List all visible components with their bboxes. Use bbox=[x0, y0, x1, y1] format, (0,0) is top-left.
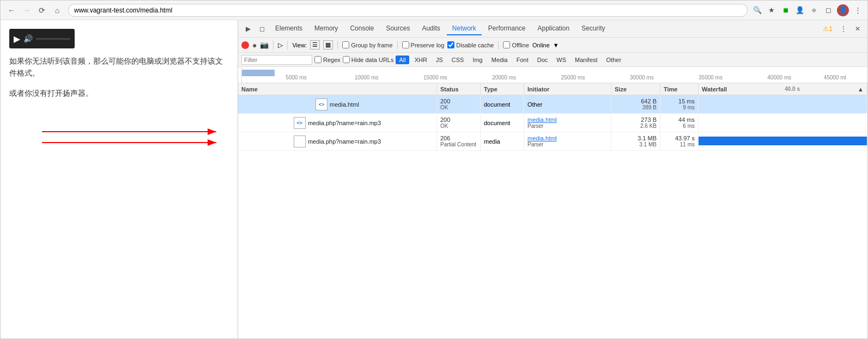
back-button[interactable]: ← bbox=[5, 4, 18, 17]
audio-player[interactable]: ▶ 🔊 bbox=[9, 29, 75, 48]
row3-status: 206 bbox=[440, 135, 477, 141]
puzzle-icon[interactable]: ◻ bbox=[823, 5, 834, 16]
waterfall-sort-icon[interactable]: ▲ bbox=[858, 86, 864, 93]
header-name[interactable]: Name bbox=[238, 83, 437, 95]
network-table: Name Status Type Initiator Size Time Wat… bbox=[238, 83, 867, 338]
view-list-icon[interactable]: ☰ bbox=[310, 40, 320, 50]
filter-type-img[interactable]: Img bbox=[469, 56, 485, 64]
network-throttle-dropdown[interactable]: ▼ bbox=[553, 42, 559, 48]
tick-30000: 30000 ms bbox=[630, 75, 654, 81]
devtools-panel: ▶ ◻ Elements Memory Console Sources Audi… bbox=[238, 20, 867, 338]
tab-performance[interactable]: Performance bbox=[483, 22, 531, 35]
filter-type-font[interactable]: Font bbox=[513, 56, 532, 64]
row2-initiator-link[interactable]: media.html bbox=[527, 116, 608, 123]
reload-button[interactable]: ⟳ bbox=[35, 4, 48, 17]
nav-buttons: ← → ⟳ ⌂ bbox=[5, 4, 64, 17]
table-row[interactable]: <> media.html 200 OK document Other 642 bbox=[238, 95, 867, 114]
devtools-close-icon[interactable]: ✕ bbox=[851, 22, 864, 35]
clear-button[interactable]: ● bbox=[252, 41, 257, 50]
extension-icon[interactable]: ■ bbox=[780, 5, 791, 16]
devtools-device-icon[interactable]: ◻ bbox=[256, 22, 269, 35]
tab-console[interactable]: Console bbox=[344, 22, 379, 35]
view-waterfall-icon[interactable]: ▦ bbox=[323, 40, 333, 50]
row2-size-sub: 2.6 KB bbox=[640, 123, 657, 129]
header-waterfall[interactable]: Waterfall 40.0 s ▲ bbox=[699, 83, 867, 95]
group-by-frame-label[interactable]: Group by frame bbox=[342, 41, 392, 48]
header-status[interactable]: Status bbox=[437, 83, 481, 95]
hide-data-urls-label[interactable]: Hide data URLs bbox=[343, 56, 394, 63]
tab-audits[interactable]: Audits bbox=[416, 22, 445, 35]
record-button[interactable] bbox=[241, 41, 249, 49]
table-row[interactable]: <> media.php?name=rain.mp3 200 OK docume… bbox=[238, 114, 867, 132]
row2-time: 44 ms bbox=[678, 116, 695, 123]
address-bar[interactable] bbox=[68, 4, 748, 17]
regex-label[interactable]: Regex bbox=[314, 56, 341, 63]
disable-cache-label[interactable]: Disable cache bbox=[447, 41, 494, 48]
row3-waterfall-cell bbox=[699, 132, 867, 150]
filter-type-css[interactable]: CSS bbox=[448, 56, 468, 64]
row1-status-cell: 200 OK bbox=[437, 95, 481, 113]
row1-waterfall-cell bbox=[699, 95, 867, 113]
filter-type-xhr[interactable]: XHR bbox=[411, 56, 430, 64]
separator5 bbox=[498, 41, 499, 50]
red-arrow-svg bbox=[9, 88, 238, 164]
row2-status-cell: 200 OK bbox=[437, 114, 481, 132]
offline-checkbox[interactable] bbox=[503, 41, 510, 48]
devtools-inspect-icon[interactable]: ▶ bbox=[241, 22, 254, 35]
filter-input[interactable] bbox=[241, 55, 312, 65]
table-row[interactable]: media.php?name=rain.mp3 206 Partial Cont… bbox=[238, 132, 867, 151]
row2-file-icon: <> bbox=[294, 117, 306, 129]
group-by-frame-checkbox[interactable] bbox=[342, 41, 349, 48]
row3-initiator-link[interactable]: media.html bbox=[527, 135, 608, 141]
filter-type-all[interactable]: All bbox=[396, 56, 409, 64]
regex-checkbox[interactable] bbox=[314, 56, 321, 63]
offline-label[interactable]: Offline bbox=[503, 41, 529, 48]
filter-type-manifest[interactable]: Manifest bbox=[572, 56, 601, 64]
row1-initiator: Other bbox=[527, 101, 608, 108]
tab-network[interactable]: Network bbox=[447, 22, 482, 35]
header-size[interactable]: Size bbox=[611, 83, 660, 95]
capture-screenshot-icon[interactable]: 📷 bbox=[260, 41, 269, 49]
tab-application[interactable]: Application bbox=[532, 22, 575, 35]
preserve-log-label[interactable]: Preserve log bbox=[402, 41, 445, 48]
row2-waterfall-cell bbox=[699, 114, 867, 132]
star-icon[interactable]: ★ bbox=[766, 5, 777, 16]
tick-10000: 10000 ms bbox=[355, 75, 379, 81]
tab-security[interactable]: Security bbox=[576, 22, 610, 35]
filter-type-ws[interactable]: WS bbox=[553, 56, 569, 64]
row1-status-sub: OK bbox=[440, 104, 477, 110]
play-button[interactable]: ▶ bbox=[14, 34, 20, 44]
home-button[interactable]: ⌂ bbox=[51, 4, 64, 17]
filter-icon[interactable]: ▷ bbox=[278, 41, 283, 49]
row3-status-cell: 206 Partial Content bbox=[437, 132, 481, 150]
progress-bar[interactable] bbox=[36, 38, 70, 40]
filter-type-media[interactable]: Media bbox=[488, 56, 511, 64]
page-text2: 或者你没有打开扬声器。 bbox=[9, 87, 229, 99]
profile-icon[interactable]: 👤 bbox=[794, 5, 805, 16]
browser-toolbar-icons: 🔍 ★ ■ 👤 ⎆ ◻ 👤 ⋮ bbox=[752, 4, 863, 16]
row3-name-cell: media.php?name=rain.mp3 bbox=[238, 132, 437, 150]
tab-elements[interactable]: Elements bbox=[270, 22, 308, 35]
header-type[interactable]: Type bbox=[481, 83, 524, 95]
filter-type-other[interactable]: Other bbox=[603, 56, 625, 64]
filter-type-js[interactable]: JS bbox=[433, 56, 446, 64]
volume-icon: 🔊 bbox=[23, 34, 33, 43]
tab-sources[interactable]: Sources bbox=[380, 22, 415, 35]
row2-type: document bbox=[484, 120, 520, 126]
cast-icon[interactable]: ⎆ bbox=[809, 5, 820, 16]
filter-type-doc[interactable]: Doc bbox=[534, 56, 551, 64]
header-time[interactable]: Time bbox=[660, 83, 699, 95]
avatar-icon[interactable]: 👤 bbox=[837, 4, 849, 16]
tab-memory[interactable]: Memory bbox=[309, 22, 343, 35]
hide-data-urls-checkbox[interactable] bbox=[343, 56, 350, 63]
search-icon[interactable]: 🔍 bbox=[752, 5, 763, 16]
menu-icon[interactable]: ⋮ bbox=[852, 5, 863, 16]
row1-time: 15 ms bbox=[678, 98, 695, 104]
header-initiator[interactable]: Initiator bbox=[524, 83, 611, 95]
preserve-log-checkbox[interactable] bbox=[402, 41, 409, 48]
forward-button[interactable]: → bbox=[20, 4, 33, 17]
devtools-more-icon[interactable]: ⋮ bbox=[837, 22, 850, 35]
disable-cache-checkbox[interactable] bbox=[447, 41, 454, 48]
row3-size-cell: 3.1 MB 3.1 MB bbox=[611, 132, 660, 150]
row2-file-name: media.php?name=rain.mp3 bbox=[308, 120, 381, 126]
